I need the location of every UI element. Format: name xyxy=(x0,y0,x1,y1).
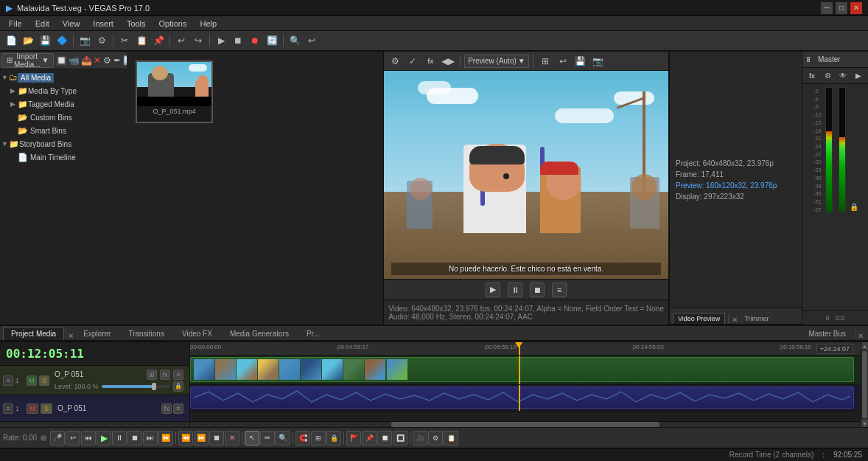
transport-prev-btn[interactable]: ⏮ xyxy=(81,431,96,446)
cmd2-btn[interactable]: 🔳 xyxy=(393,431,407,446)
tree-item-all-media[interactable]: ▼ 🗂 All Media xyxy=(0,71,127,84)
preview-stop-button[interactable]: ⏹ xyxy=(530,283,545,297)
audio-menu-btn[interactable]: ≡ xyxy=(173,403,183,414)
audio-fx-btn[interactable]: fx xyxy=(161,403,172,414)
preview-grid-btn[interactable]: ⊞ xyxy=(537,54,553,69)
settings2-btn[interactable]: ⚙ xyxy=(428,431,443,446)
mixer-settings-btn[interactable]: ⚙ xyxy=(821,69,834,83)
undo-button[interactable]: ↩ xyxy=(173,33,189,48)
properties-btn[interactable]: ⚙ xyxy=(102,53,112,68)
tree-item-tagged-media[interactable]: ▶ 📁 Tagged Media xyxy=(0,97,127,111)
tab-video-preview[interactable]: Video Preview xyxy=(673,313,725,324)
extract-btn[interactable]: 📤 xyxy=(80,53,92,68)
tree-item-smart-bins[interactable]: 📂 Smart Bins xyxy=(0,124,127,137)
transport-end-btn[interactable]: ⏹ xyxy=(209,431,224,446)
capture-media-btn[interactable]: 📹 xyxy=(68,53,80,68)
preview-play-button[interactable]: ▶ xyxy=(486,283,500,297)
track-menu-btn[interactable]: ≡ xyxy=(173,370,183,380)
scroll-thumb-v[interactable] xyxy=(862,351,867,418)
menu-edit[interactable]: Edit xyxy=(29,18,55,30)
volume-slider[interactable] xyxy=(102,385,170,388)
redo-button[interactable]: ↪ xyxy=(190,33,206,48)
preview-pause-button[interactable]: ⏸ xyxy=(508,283,522,297)
tree-item-storyboard-bins[interactable]: ▼ 📁 Storyboard Bins xyxy=(0,137,127,150)
preview-reset-btn[interactable]: ↩ xyxy=(555,54,571,69)
capture-button[interactable]: 📷 xyxy=(77,33,93,48)
cam-btn[interactable]: 🎥 xyxy=(413,431,427,446)
transport-loop-btn[interactable]: ↩ xyxy=(66,431,80,446)
menu-help[interactable]: Help xyxy=(194,18,223,30)
snap-btn[interactable]: 🧲 xyxy=(295,431,310,446)
properties-button[interactable]: 🔷 xyxy=(54,33,70,48)
mute-btn[interactable]: M xyxy=(27,375,37,386)
preview-check-btn[interactable]: ✓ xyxy=(405,54,421,69)
preview-capture-btn[interactable]: 📷 xyxy=(590,54,606,69)
tree-item-main-timeline[interactable]: 📄 Main Timeline xyxy=(0,150,127,164)
preview-save-btn[interactable]: 💾 xyxy=(573,54,589,69)
maximize-button[interactable]: □ xyxy=(836,2,847,14)
track-vel-btn[interactable]: fx xyxy=(160,370,170,380)
preview-mode-dropdown[interactable]: Preview (Auto) ▼ xyxy=(464,55,528,68)
track-fx-btn[interactable]: ⊞ xyxy=(147,370,157,380)
timeline-scrollbar[interactable] xyxy=(190,421,861,427)
video-preview-close-btn[interactable]: ✕ xyxy=(730,315,739,324)
transport-mic-btn[interactable]: 🎤 xyxy=(50,431,65,446)
import-media-button[interactable]: ⊞ Import Media... ▼ xyxy=(1,53,54,68)
tab-trimmer[interactable]: Trimmer xyxy=(739,313,774,324)
stop-btn[interactable]: ⏹ xyxy=(230,33,246,48)
project-media-close-btn[interactable]: ✕ xyxy=(66,331,75,340)
edit-btn[interactable]: ✒ xyxy=(113,53,122,68)
mixer-eye-btn[interactable]: 👁 xyxy=(836,69,850,83)
transport-stop-btn[interactable]: ⏹ xyxy=(127,431,142,446)
tab-pr[interactable]: Pr... xyxy=(298,327,328,340)
vertical-scrollbar[interactable]: ▲ ▼ xyxy=(861,342,868,427)
solo-btn2[interactable]: S xyxy=(41,403,52,414)
timeline-scroll-thumb[interactable] xyxy=(391,422,659,427)
scroll-down-btn[interactable]: ▼ xyxy=(861,420,868,427)
media-thumbnail[interactable]: O_P_051.mp4 xyxy=(136,60,213,123)
draw-tool-btn[interactable]: ✏ xyxy=(260,431,275,446)
copy-button[interactable]: 📋 xyxy=(133,33,150,48)
undo2-btn[interactable]: ↩ xyxy=(304,33,320,48)
tab-project-media[interactable]: Project Media xyxy=(3,327,64,340)
transport-play-btn[interactable]: ▶ xyxy=(97,431,111,446)
master-bus-close-btn[interactable]: ✕ xyxy=(856,331,865,340)
tab-master-bus[interactable]: Master Bus xyxy=(800,327,854,340)
transport-ff2-btn[interactable]: ⏩ xyxy=(194,431,209,446)
track-lock-btn[interactable]: 🔒 xyxy=(173,381,183,392)
preview-settings-btn[interactable]: ⚙ xyxy=(387,54,403,69)
transport-ff-btn[interactable]: ⏩ xyxy=(158,431,173,446)
preview-fx-btn[interactable]: fx xyxy=(422,54,438,69)
tab-media-generators[interactable]: Media Generators xyxy=(222,327,297,340)
tree-item-custom-bins[interactable]: 📂 Custom Bins xyxy=(0,111,127,124)
solo-btn[interactable]: S xyxy=(39,375,49,386)
tab-explorer[interactable]: Explorer xyxy=(75,327,119,340)
list-btn[interactable]: 📋 xyxy=(444,431,458,446)
menu-tools[interactable]: Tools xyxy=(121,18,152,30)
menu-view[interactable]: View xyxy=(57,18,86,30)
record-btn[interactable]: ⏺ xyxy=(247,33,263,48)
transport-pause-btn[interactable]: ⏸ xyxy=(112,431,127,446)
lock-btn[interactable]: 🔒 xyxy=(326,431,341,446)
view-options-btn[interactable]: 🔲 xyxy=(55,53,67,68)
tree-item-media-by-type[interactable]: ▶ 📁 Media By Type xyxy=(0,84,127,97)
play-button[interactable]: ▶ xyxy=(213,33,229,48)
menu-file[interactable]: File xyxy=(3,18,28,30)
settings-button[interactable]: ⚙ xyxy=(94,33,110,48)
region-btn[interactable]: 📌 xyxy=(362,431,377,446)
preview-menu-button[interactable]: ≡ xyxy=(552,283,567,297)
paste-button[interactable]: 📌 xyxy=(150,33,167,48)
scroll-up-btn[interactable]: ▲ xyxy=(861,342,868,350)
menu-options[interactable]: Options xyxy=(153,18,193,30)
transport-next-btn[interactable]: ⏭ xyxy=(143,431,158,446)
video-clip-main[interactable] xyxy=(190,357,854,382)
mute-btn2[interactable]: M xyxy=(27,403,38,414)
preview-split-btn[interactable]: ◀▶ xyxy=(440,54,456,69)
zoom-btn[interactable]: 🔍 xyxy=(287,33,303,48)
minimize-button[interactable]: ─ xyxy=(821,2,833,14)
zoom-tool-btn[interactable]: 🔍 xyxy=(276,431,290,446)
open-button[interactable]: 📂 xyxy=(20,33,36,48)
marker-btn[interactable]: 🚩 xyxy=(346,431,361,446)
transport-rew-btn[interactable]: ⏪ xyxy=(178,431,193,446)
save-button[interactable]: 💾 xyxy=(37,33,53,48)
